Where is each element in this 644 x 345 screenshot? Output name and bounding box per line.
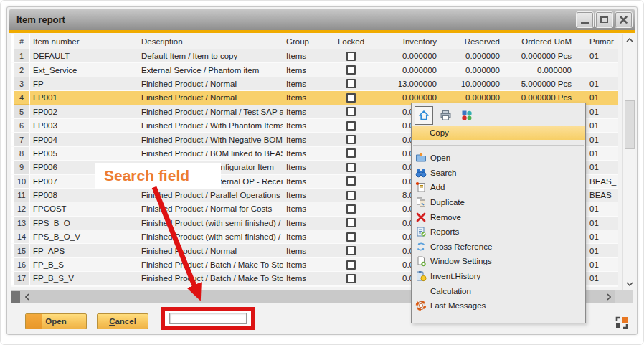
col-header-item-number[interactable]: Item number	[30, 34, 138, 49]
cell-inventory[interactable]: 0.000000	[371, 49, 440, 62]
locked-checkbox[interactable]	[346, 93, 356, 103]
cancel-button[interactable]: Cancel	[97, 313, 148, 329]
cell-description[interactable]: Default Item / Item to copy	[138, 49, 283, 62]
context-menu-item-reports[interactable]: Reports	[412, 225, 585, 240]
col-header-reserved[interactable]: Reserved	[440, 34, 503, 49]
home-toolbar-button[interactable]	[415, 106, 433, 125]
context-menu-item-duplicate[interactable]: Duplicate	[412, 195, 585, 210]
cell-description[interactable]: Finished Product / Normal	[138, 91, 283, 104]
cell-description[interactable]: Finished Product / With Phantom Items	[138, 119, 283, 132]
col-header-ordered-uom[interactable]: Ordered UoM	[503, 34, 575, 49]
locked-checkbox[interactable]	[346, 260, 356, 270]
cell-description[interactable]: Finished Product / Batch / Make To Sto	[138, 272, 283, 285]
cell-primary[interactable]: 01	[575, 49, 618, 62]
context-menu-item-last-messages[interactable]: Last Messages	[412, 298, 585, 313]
cell-description[interactable]: Finished Product / With Negative BOM	[138, 133, 283, 146]
locked-checkbox[interactable]	[346, 191, 356, 200]
col-header-index[interactable]: #	[14, 34, 30, 49]
cell-description[interactable]: Finished Product / Parallel Operations	[138, 189, 283, 202]
title-bar[interactable]: Item report	[9, 9, 635, 30]
locked-checkbox[interactable]	[346, 232, 356, 242]
cell-description[interactable]: External Service / Phantom item	[138, 63, 283, 76]
cell-primary[interactable]: 01	[575, 77, 618, 90]
cell-description[interactable]: Finished Product / Batch / Make To Sto	[138, 258, 283, 271]
cell-group[interactable]: Items	[283, 63, 331, 76]
context-menu-item-open[interactable]: Open	[412, 151, 585, 166]
row-number[interactable]: 1	[14, 49, 30, 62]
locked-checkbox[interactable]	[346, 246, 356, 255]
locked-checkbox[interactable]	[346, 163, 356, 172]
open-button[interactable]: Open	[25, 313, 87, 329]
row-number[interactable]: 10	[14, 175, 30, 188]
cell-item-number[interactable]: FP_B_S	[30, 258, 138, 271]
cell-group[interactable]: Items	[283, 175, 331, 188]
col-header-description[interactable]: Description	[138, 34, 283, 49]
row-number[interactable]: 7	[14, 133, 30, 146]
cell-primary[interactable]	[575, 63, 618, 76]
minimize-button[interactable]	[577, 12, 593, 27]
cell-group[interactable]: Items	[283, 258, 331, 271]
cell-item-number[interactable]: FP008	[30, 189, 138, 202]
colors-toolbar-button[interactable]	[458, 106, 476, 125]
cell-ordered-uom[interactable]: 0.000000 Pcs	[503, 49, 575, 62]
cell-description[interactable]: Finished Product / Normal for Costs	[138, 202, 283, 215]
col-header-primary[interactable]: Primar	[575, 34, 618, 49]
cell-ordered-uom[interactable]: 5.000000 Pcs	[503, 77, 575, 90]
cell-item-number[interactable]: FP002	[30, 105, 138, 118]
cell-group[interactable]: Items	[283, 202, 331, 215]
locked-checkbox[interactable]	[346, 274, 356, 283]
locked-checkbox[interactable]	[346, 107, 356, 116]
cell-group[interactable]: Items	[283, 189, 331, 202]
cell-group[interactable]: Items	[283, 272, 331, 285]
locked-checkbox[interactable]	[346, 148, 356, 158]
row-number[interactable]: 11	[14, 189, 30, 202]
cell-description[interactable]: Finished Product (with semi finished) /	[138, 217, 283, 230]
cell-item-number[interactable]: FP_B_S_V	[30, 272, 138, 285]
col-header-locked[interactable]: Locked	[331, 34, 371, 49]
cell-inventory[interactable]: 0.000000	[371, 63, 440, 76]
vertical-scrollbar[interactable]	[622, 34, 635, 290]
printer-toolbar-button[interactable]	[436, 106, 455, 125]
cell-item-number[interactable]: FP005	[30, 147, 138, 160]
locked-checkbox[interactable]	[346, 121, 356, 131]
cell-description[interactable]: Finished Product / Normal	[138, 77, 283, 90]
cell-group[interactable]: Items	[283, 147, 331, 160]
context-menu-item-remove[interactable]: Remove	[412, 209, 585, 225]
scroll-up-button[interactable]	[623, 34, 636, 46]
locked-checkbox[interactable]	[346, 218, 356, 227]
locked-checkbox[interactable]	[346, 176, 356, 186]
cell-item-number[interactable]: FP001	[30, 91, 138, 104]
cell-group[interactable]: Items	[283, 105, 331, 118]
table-row[interactable]: 1 DEFAULT Default Item / Item to copy It…	[11, 49, 618, 63]
cell-reserved[interactable]: 0.000000	[440, 63, 503, 76]
row-number[interactable]: 12	[14, 202, 30, 215]
cell-item-number[interactable]: FP_APS	[30, 244, 138, 257]
row-number[interactable]: 14	[14, 230, 30, 243]
cell-group[interactable]: Items	[283, 217, 331, 230]
cell-item-number[interactable]: FPCOST	[30, 202, 138, 215]
row-number[interactable]: 8	[14, 147, 30, 160]
scroll-down-button[interactable]	[623, 278, 636, 290]
cell-item-number[interactable]: FP	[30, 77, 138, 90]
cell-group[interactable]: Items	[283, 119, 331, 132]
row-number[interactable]: 2	[14, 63, 30, 76]
context-menu-item-invent-history[interactable]: Invent.History	[412, 269, 585, 284]
cell-group[interactable]: Items	[283, 161, 331, 174]
row-number[interactable]: 9	[14, 161, 30, 174]
cell-description[interactable]: Finished Product / Normal	[138, 244, 283, 257]
maximize-button[interactable]	[596, 12, 612, 27]
table-row[interactable]: 2 Ext_Service External Service / Phantom…	[11, 63, 618, 77]
cell-item-number[interactable]: FPS_B_O_V	[30, 230, 138, 243]
row-number[interactable]: 16	[14, 258, 30, 271]
locked-checkbox[interactable]	[346, 204, 356, 214]
context-menu-item-cross-reference[interactable]: Cross Reference	[412, 240, 585, 255]
cell-item-number[interactable]: DEFAULT	[30, 49, 138, 62]
row-number[interactable]: 4	[14, 91, 30, 104]
row-number[interactable]: 6	[14, 119, 30, 132]
context-menu-item-window-settings[interactable]: Window Settings	[412, 254, 585, 269]
locked-checkbox[interactable]	[346, 65, 356, 75]
cell-ordered-uom[interactable]: 0.000000	[503, 63, 575, 76]
col-header-inventory[interactable]: Inventory	[371, 34, 440, 49]
cell-description[interactable]: Finished Product (with semi finished) /	[138, 230, 283, 243]
row-number[interactable]: 17	[14, 272, 30, 285]
